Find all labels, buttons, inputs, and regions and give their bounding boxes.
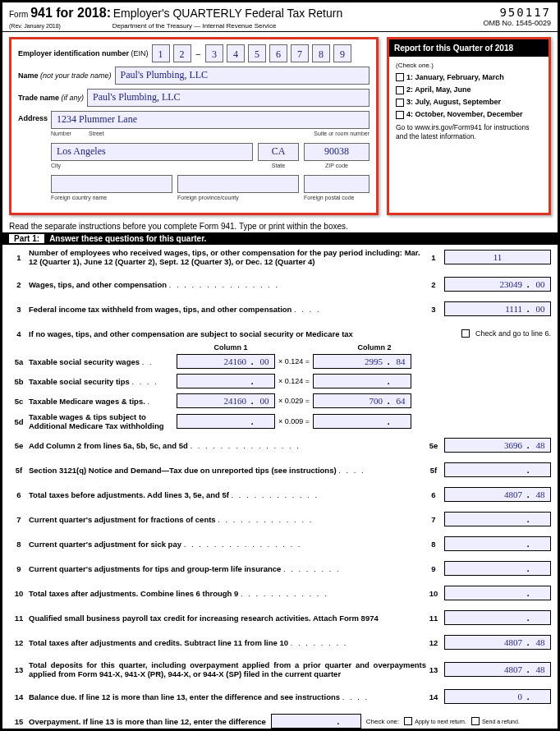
ein-digit-1[interactable]: 1 <box>152 44 170 62</box>
q2-label: 2: April, May, June <box>406 85 471 94</box>
ein-digit-9[interactable]: 9 <box>333 44 351 62</box>
q2-checkbox[interactable] <box>396 86 404 94</box>
line8-input[interactable]: . <box>444 536 551 551</box>
trade-label: Trade name <box>18 94 59 102</box>
q1-checkbox[interactable] <box>396 73 404 81</box>
line2-num: 2 <box>426 280 441 289</box>
fprovince-input[interactable] <box>177 175 299 193</box>
line3-num: 3 <box>426 305 441 314</box>
state-input[interactable]: CA <box>258 143 299 161</box>
form-label: Form <box>9 10 28 19</box>
line5b-col2[interactable]: . <box>313 374 411 388</box>
header-code: 950117 <box>483 6 551 19</box>
col1-header: Column 1 <box>181 343 280 352</box>
line5e-text: Add Column 2 from lines 5a, 5b, 5c, and … <box>29 441 188 450</box>
ein-digit-3[interactable]: 3 <box>205 44 223 62</box>
suite-sublabel: Suite or room number <box>296 131 370 136</box>
line1-input[interactable]: 11 <box>444 250 551 264</box>
form-title: Employer's QUARTERLY Federal Tax Return <box>113 7 342 20</box>
quarter-title: Report for this Quarter of 2018 <box>389 39 549 57</box>
line4-text: If no wages, tips, and other compensatio… <box>29 329 353 338</box>
line15-check-label: Check one: <box>366 718 399 725</box>
line15-opt2-checkbox[interactable] <box>471 717 480 725</box>
q3-label: 3: July, August, September <box>406 98 501 106</box>
fcountry-input[interactable] <box>51 175 172 193</box>
line10-text: Total taxes after adjustments. Combine l… <box>29 589 238 598</box>
part1-header: Part 1: Answer these questions for this … <box>2 232 558 245</box>
line11-num: 11 <box>426 614 441 623</box>
ein-digit-2[interactable]: 2 <box>173 44 191 62</box>
line8-text: Current quarter's adjustment for sick pa… <box>29 540 181 549</box>
line5a-mult: × 0.124 = <box>275 357 313 366</box>
street-sublabel: Street <box>89 131 291 136</box>
line11-input[interactable]: . <box>444 610 551 625</box>
line3-text: Federal income tax withheld from wages, … <box>29 305 291 314</box>
line1-text: Number of employees who received wages, … <box>29 248 420 266</box>
fpostal-input[interactable] <box>304 175 370 193</box>
line13-input[interactable]: 4807.48 <box>444 662 551 677</box>
ein-digit-8[interactable]: 8 <box>312 44 330 62</box>
line4-checkbox[interactable] <box>461 329 470 338</box>
fpostal-sublabel: Foreign postal code <box>304 195 370 200</box>
ein-digit-7[interactable]: 7 <box>291 44 309 62</box>
line13-text: Total deposits for this quarter, includi… <box>29 660 426 678</box>
ein-digit-5[interactable]: 5 <box>248 44 266 62</box>
ein-abbr: (EIN) <box>131 49 149 57</box>
name-note: (not your trade name) <box>40 71 112 80</box>
q4-label: 4: October, November, December <box>406 110 523 118</box>
line5f-text: Section 3121(q) Notice and Demand—Tax du… <box>29 466 337 475</box>
zip-sublabel: ZIP code <box>304 163 370 168</box>
line14-text: Balance due. If line 12 is more than lin… <box>29 692 340 701</box>
line7-num: 7 <box>426 515 441 524</box>
ein-digit-6[interactable]: 6 <box>269 44 287 62</box>
line15-opt2: Send a refund. <box>482 719 520 724</box>
line8-num: 8 <box>426 540 441 549</box>
street-input[interactable]: 1234 Plummer Lane <box>51 111 370 129</box>
line15-opt1-checkbox[interactable] <box>404 717 412 725</box>
state-sublabel: State <box>258 163 299 168</box>
part1-num: Part 1: <box>9 234 44 243</box>
line10-input[interactable]: . <box>444 586 551 600</box>
line14-input[interactable]: 0. <box>444 689 551 704</box>
line3-input[interactable]: 1111.00 <box>444 301 551 316</box>
line4-check-label: Check and go to line 6. <box>475 329 551 338</box>
line6-input[interactable]: 4807.48 <box>444 487 551 502</box>
trade-input[interactable]: Paul's Plumbing, LLC <box>87 89 370 107</box>
q3-checkbox[interactable] <box>396 99 404 107</box>
line15-input[interactable]: . <box>271 714 361 729</box>
line5c-col1[interactable]: 24160.00 <box>177 393 275 408</box>
ein-digit-4[interactable]: 4 <box>227 44 245 62</box>
line5d-col2[interactable]: . <box>313 414 411 429</box>
fprovince-sublabel: Foreign province/county <box>177 195 299 200</box>
line12-num: 12 <box>426 638 441 647</box>
address-label: Address <box>18 114 48 122</box>
name-input[interactable]: Paul's Plumbing, LLC <box>115 67 370 85</box>
ein-label: Employer identification number <box>18 49 129 57</box>
line5a-col1[interactable]: 24160.00 <box>177 354 275 369</box>
line2-text: Wages, tips, and other compensation <box>29 280 167 289</box>
line10-num: 10 <box>426 589 441 598</box>
line5c-text: Taxable Medicare wages & tips. <box>29 397 145 406</box>
omb-number: OMB No. 1545-0029 <box>483 19 551 27</box>
line5a-col2[interactable]: 2995.84 <box>313 354 411 369</box>
zip-input[interactable]: 90038 <box>304 143 370 161</box>
line12-input[interactable]: 4807.48 <box>444 635 551 650</box>
line5c-mult: × 0.029 = <box>275 397 313 405</box>
line5c-col2[interactable]: 700.64 <box>313 393 411 408</box>
number-sublabel: Number <box>51 131 84 136</box>
city-input[interactable]: Los Angeles <box>51 143 253 161</box>
q1-label: 1: January, February, March <box>406 73 504 81</box>
line5e-input[interactable]: 3696.48 <box>444 438 551 453</box>
q4-checkbox[interactable] <box>396 111 404 119</box>
city-sublabel: City <box>51 163 253 168</box>
trade-note: (if any) <box>62 94 85 102</box>
line2-input[interactable]: 23049.00 <box>444 277 551 292</box>
line9-input[interactable]: . <box>444 561 551 576</box>
line7-input[interactable]: . <box>444 512 551 526</box>
line5d-col1[interactable]: . <box>177 414 275 429</box>
line5b-col1[interactable]: . <box>177 374 275 388</box>
line5f-input[interactable]: . <box>444 462 551 477</box>
line11-text: Qualified small business payroll tax cre… <box>29 614 379 623</box>
line15-text: Overpayment. If line 13 is more than lin… <box>29 717 266 726</box>
line5d-text: Taxable wages & tips subject to Addition… <box>29 412 164 430</box>
